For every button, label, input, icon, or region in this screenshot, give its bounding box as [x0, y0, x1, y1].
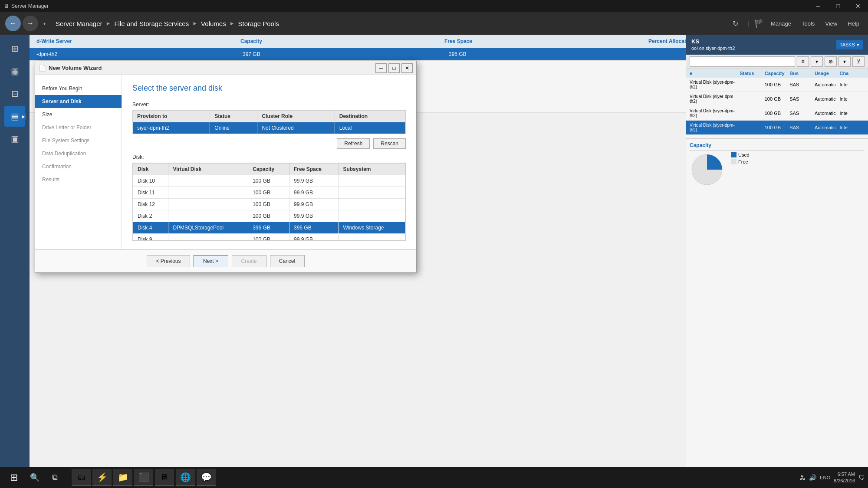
- back-button[interactable]: ←: [5, 16, 21, 31]
- right-table-row[interactable]: Virtual Disk (siyer-dpm-th2) 100 GB SAS …: [686, 78, 868, 92]
- create-button[interactable]: Create: [232, 255, 266, 267]
- cancel-button[interactable]: Cancel: [270, 255, 305, 267]
- disk-section-label: Disk:: [132, 154, 406, 160]
- right-row-4-cha: Inte: [839, 125, 865, 130]
- wizard-nav-confirmation[interactable]: Confirmation: [35, 160, 122, 173]
- tasks-button[interactable]: TASKS ▾: [836, 40, 863, 49]
- disk-10-freespace: 99.9 GB: [289, 175, 338, 187]
- wizard-nav-deduplication[interactable]: Data Deduplication: [35, 147, 122, 160]
- taskbar-app-server[interactable]: 🖥: [155, 469, 174, 486]
- right-row-2-bus: SAS: [789, 96, 815, 102]
- taskbar-app-file-explorer[interactable]: 🗂: [72, 469, 91, 486]
- wizard-nav-drive-letter[interactable]: Drive Letter or Folder: [35, 121, 122, 134]
- forward-button[interactable]: →: [23, 16, 38, 31]
- filter-button[interactable]: ⊕: [825, 56, 837, 67]
- expand-button[interactable]: ⊻: [852, 56, 865, 67]
- maximize-button[interactable]: □: [828, 0, 848, 12]
- wizard-nav-size[interactable]: Size: [35, 108, 122, 121]
- view-dropdown-button[interactable]: ▾: [811, 56, 823, 67]
- bg-server-freespace: 395 GB: [449, 51, 655, 57]
- capacity-chart: [690, 152, 724, 187]
- disk-row-11[interactable]: Disk 11 100 GB 99.9 GB: [133, 187, 405, 199]
- breadcrumb-server-manager[interactable]: Server Manager: [56, 20, 102, 27]
- close-button[interactable]: ✕: [848, 0, 868, 12]
- wizard-nav-server-and-disk[interactable]: Server and Disk: [35, 95, 122, 108]
- wizard-maximize-button[interactable]: □: [388, 63, 400, 73]
- right-col-cha: Cha: [839, 71, 865, 76]
- notification-icon[interactable]: 🗨: [858, 474, 865, 481]
- right-panel-header: KS ool on siyer-dpm-th2 TASKS ▾: [686, 35, 868, 55]
- sidebar-icon-volumes[interactable]: ▦: [4, 61, 25, 82]
- breadcrumb-volumes[interactable]: Volumes: [201, 20, 226, 27]
- right-panel-search[interactable]: [690, 56, 795, 67]
- disk-12-subsystem: [339, 199, 405, 210]
- taskbar-app-cmd[interactable]: ⬛: [134, 469, 153, 486]
- sidebar-icon-tasks[interactable]: ▣: [4, 128, 25, 149]
- taskbar-task-view[interactable]: ⧉: [45, 469, 64, 486]
- right-table-row[interactable]: Virtual Disk (siyer-dpm-th2) 100 GB SAS …: [686, 106, 868, 121]
- taskbar-app-folder[interactable]: 📁: [113, 469, 132, 486]
- disk-4-name: Disk 4: [133, 222, 168, 234]
- right-panel-subtitle: ool on siyer-dpm-th2: [691, 46, 735, 51]
- taskbar-app-ie[interactable]: 🌐: [176, 469, 195, 486]
- right-row-1-capacity: 100 GB: [765, 82, 790, 87]
- disk-row-12[interactable]: Disk 12 100 GB 99.9 GB: [133, 199, 405, 210]
- taskbar-app-2[interactable]: ⚡: [92, 469, 112, 486]
- start-button[interactable]: ⊞: [3, 469, 24, 486]
- disk-12-capacity: 100 GB: [248, 199, 289, 210]
- server-row-status: Online: [210, 122, 257, 134]
- sidebar-icon-active[interactable]: ▤ ▶: [4, 106, 25, 127]
- wizard-close-button[interactable]: ✕: [401, 63, 413, 73]
- help-button[interactable]: Help: [844, 19, 863, 29]
- disk-col-disk: Disk: [133, 164, 168, 175]
- wizard-nav-results[interactable]: Results: [35, 173, 122, 186]
- manage-button[interactable]: Manage: [767, 19, 795, 29]
- disk-row-10[interactable]: Disk 10 100 GB 99.9 GB: [133, 175, 405, 187]
- disk-row-2[interactable]: Disk 2 100 GB 99.9 GB: [133, 210, 405, 222]
- nav-actions: ↻ | 🏴 Manage Tools View Help: [728, 16, 863, 30]
- taskbar-separator-1: [68, 472, 68, 484]
- minimize-button[interactable]: ─: [808, 0, 828, 12]
- right-table-row[interactable]: Virtual Disk (siyer-dpm-th2) 100 GB SAS …: [686, 92, 868, 106]
- disk-2-subsystem: [339, 210, 405, 222]
- cmd-icon: ⬛: [138, 472, 149, 482]
- disk-11-virtual: [168, 187, 248, 199]
- taskbar-clock[interactable]: 6:57 AM 8/26/2016: [834, 471, 855, 485]
- right-row-1-cha: Inte: [839, 82, 865, 87]
- server-col-provision: Provision to: [133, 111, 210, 122]
- view-list-button[interactable]: ≡: [797, 56, 809, 67]
- tools-button[interactable]: Tools: [798, 19, 818, 29]
- volume-icon[interactable]: 🔊: [809, 474, 816, 481]
- legend-free-color: [731, 159, 736, 164]
- server-row-destination: Local: [335, 122, 405, 134]
- previous-button[interactable]: < Previous: [147, 255, 190, 267]
- network-icon[interactable]: 🖧: [799, 474, 806, 481]
- right-panel-toolbar: ≡ ▾ ⊕ ▾ ⊻: [686, 55, 868, 69]
- breadcrumb-file-storage[interactable]: File and Storage Services: [114, 20, 189, 27]
- nav-dropdown-button[interactable]: ▾: [40, 16, 49, 31]
- disk-row-9[interactable]: Disk 9 100 GB 99.9 GB: [133, 234, 405, 241]
- server-row-selected[interactable]: siyer-dpm-th2 Online Not Clustered Local: [133, 122, 406, 134]
- wizard-minimize-button[interactable]: ─: [375, 63, 387, 73]
- view-button[interactable]: View: [822, 19, 841, 29]
- wizard-content: Select the server and disk Server: Provi…: [122, 75, 416, 249]
- ie-icon: 🌐: [180, 472, 191, 482]
- next-button[interactable]: Next >: [194, 255, 228, 267]
- rescan-button[interactable]: Rescan: [373, 138, 406, 149]
- disk-table-container[interactable]: Disk Virtual Disk Capacity Free Space Su…: [132, 163, 406, 241]
- wizard-nav-before-you-begin[interactable]: Before You Begin: [35, 82, 122, 95]
- disk-col-subsystem: Subsystem: [339, 164, 405, 175]
- global-refresh-button[interactable]: ↻: [728, 16, 742, 30]
- taskbar-app-chat[interactable]: 💬: [197, 469, 216, 486]
- disk-row-4-selected[interactable]: Disk 4 DPMSQLStoragePool 396 GB 396 GB W…: [133, 222, 405, 234]
- server-table: Provision to Status Cluster Role Destina…: [132, 110, 406, 134]
- right-table-row-selected[interactable]: Virtual Disk (siyer-dpm-th2) 100 GB SAS …: [686, 121, 868, 135]
- right-row-2-usage: Automatic: [815, 96, 840, 102]
- sidebar-icon-dashboard[interactable]: ⊞: [4, 38, 25, 59]
- breadcrumb-storage-pools[interactable]: Storage Pools: [238, 20, 279, 27]
- sidebar-icon-storage[interactable]: ⊟: [4, 83, 25, 104]
- refresh-button[interactable]: Refresh: [337, 138, 370, 149]
- wizard-nav-filesystem[interactable]: File System Settings: [35, 134, 122, 147]
- filter-dropdown-button[interactable]: ▾: [838, 56, 851, 67]
- taskbar-search-button[interactable]: 🔍: [26, 469, 43, 486]
